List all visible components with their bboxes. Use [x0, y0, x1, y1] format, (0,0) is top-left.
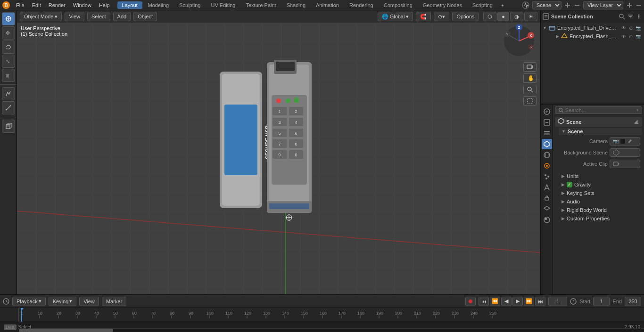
options-icon[interactable]	[636, 13, 642, 20]
viewport-area[interactable]: Object Mode ▾ View Select Add Object 🌐 G…	[17, 10, 540, 294]
timeline-ruler[interactable]: 1 10 20 30 40 50 60 70 80	[0, 308, 644, 322]
select-menu[interactable]: Select	[87, 12, 110, 21]
object-props-tab[interactable]	[542, 161, 552, 171]
annotate-tool[interactable]	[2, 87, 15, 100]
material-props-tab[interactable]	[542, 215, 552, 225]
record-button[interactable]	[465, 297, 476, 306]
camera-value[interactable]: 📷	[610, 137, 640, 146]
playback-dropdown[interactable]: Playback ▾	[12, 297, 46, 306]
play-reverse-btn[interactable]: ◀	[501, 297, 512, 306]
tab-geometry-nodes[interactable]: Geometry Nodes	[418, 1, 467, 9]
render-region-btn[interactable]	[523, 96, 537, 105]
camera-view-btn[interactable]	[523, 62, 537, 72]
visibility-icon[interactable]: 👁	[620, 34, 627, 39]
menu-file[interactable]: File	[12, 1, 28, 9]
play-forward-btn[interactable]: ▶	[512, 297, 523, 306]
gravity-section[interactable]: ▶ ✓ Gravity	[559, 180, 642, 189]
solid-shading-btn[interactable]: ●	[497, 12, 509, 21]
view-layer-props-tab[interactable]	[542, 128, 552, 138]
add-cube-tool[interactable]	[2, 120, 15, 133]
keying-dropdown[interactable]: Keying ▾	[49, 297, 77, 306]
scene-remove-icon[interactable]	[574, 2, 580, 8]
view-layer-add-icon[interactable]	[626, 2, 633, 8]
render-icon[interactable]: 📷	[635, 25, 642, 31]
rigid-body-world-section[interactable]: ▶ Rigid Body World	[559, 206, 642, 214]
zoom-view-btn[interactable]	[523, 85, 537, 94]
tab-rendering[interactable]: Rendering	[345, 1, 378, 9]
step-forward-btn[interactable]: ⏩	[524, 297, 534, 306]
tab-texture-paint[interactable]: Texture Paint	[241, 1, 281, 9]
3d-viewport-canvas[interactable]: SECURE USB 1 2	[17, 10, 540, 294]
view-orientation-gizmo[interactable]: X Y Z -X	[503, 24, 536, 57]
tab-uv-editing[interactable]: UV Editing	[206, 1, 240, 9]
scene-add-icon[interactable]	[564, 2, 571, 8]
select-icon[interactable]: ⊙	[628, 34, 634, 39]
world-props-tab[interactable]	[542, 150, 552, 160]
tab-sculpting[interactable]: Sculpting	[174, 1, 205, 9]
scene-section-header[interactable]: Scene	[555, 117, 642, 127]
view-layer-remove-icon[interactable]	[636, 2, 642, 8]
audio-section[interactable]: ▶ Audio	[559, 197, 642, 206]
current-frame-input[interactable]	[548, 297, 567, 306]
view-menu[interactable]: View	[65, 12, 84, 21]
gravity-checkbox[interactable]: ✓	[567, 182, 572, 187]
proportional-editing[interactable]: ⊙▾	[434, 12, 449, 21]
tab-shading[interactable]: Shading	[282, 1, 310, 9]
snap-toggle[interactable]: 🧲	[416, 12, 431, 21]
jump-to-end-btn[interactable]: ⏭	[535, 297, 545, 306]
measure-tool[interactable]	[2, 101, 15, 114]
background-scene-value[interactable]	[610, 148, 640, 157]
pan-view-btn[interactable]: ✋	[523, 73, 537, 83]
start-frame-input[interactable]	[593, 297, 610, 306]
particles-props-tab[interactable]	[542, 171, 552, 182]
add-menu[interactable]: Add	[113, 12, 131, 21]
timeline-mode-selector[interactable]	[3, 298, 9, 305]
constraints-props-tab[interactable]	[542, 193, 552, 203]
properties-search-input[interactable]	[563, 107, 636, 113]
data-props-tab[interactable]	[542, 204, 552, 214]
object-mode-dropdown[interactable]: Object Mode ▾	[20, 12, 62, 21]
menu-edit[interactable]: Edit	[28, 1, 45, 9]
view-layer-selector[interactable]: View Layer	[583, 1, 623, 9]
outliner-item-mesh[interactable]: ▶ Encrypted_Flash_Drive_w 👁 ⊙ 📷	[546, 32, 644, 40]
timeline-track[interactable]: 1 10 20 30 40 50 60 70 80	[19, 308, 644, 322]
view-dropdown[interactable]: View	[79, 297, 99, 306]
units-section[interactable]: ▶ Units	[559, 172, 642, 180]
scene-props-tab[interactable]	[542, 139, 552, 149]
edit-icon[interactable]	[634, 119, 639, 125]
output-props-tab[interactable]	[542, 117, 552, 128]
rendered-shading-btn[interactable]: ☀	[524, 12, 537, 21]
options-button[interactable]: Options	[452, 12, 479, 21]
menu-window[interactable]: Window	[69, 1, 95, 9]
search-icon[interactable]	[619, 13, 625, 20]
tab-compositing[interactable]: Compositing	[379, 1, 417, 9]
custom-properties-section[interactable]: ▶ Custom Properties	[559, 214, 642, 223]
tab-scripting[interactable]: Scripting	[468, 1, 497, 9]
jump-to-start-btn[interactable]: ⏮	[479, 297, 489, 306]
step-back-btn[interactable]: ⏪	[490, 297, 500, 306]
filter-icon[interactable]	[627, 13, 634, 20]
move-tool[interactable]: ✥	[2, 26, 15, 40]
transform-space[interactable]: 🌐 Global ▾	[378, 12, 413, 21]
menu-render[interactable]: Render	[45, 1, 69, 9]
scale-tool[interactable]: ⤡	[2, 55, 15, 68]
active-clip-value[interactable]	[610, 160, 640, 168]
menu-help[interactable]: Help	[95, 1, 114, 9]
tab-modeling[interactable]: Modeling	[143, 1, 174, 9]
transform-tool[interactable]: ⊞	[2, 69, 15, 82]
wireframe-shading-btn[interactable]: ⬡	[483, 12, 496, 21]
keying-sets-section[interactable]: ▶ Keying Sets	[559, 189, 642, 197]
scene-subsection-header[interactable]: ▼ Scene	[559, 128, 642, 135]
rotate-tool[interactable]	[2, 40, 15, 54]
visibility-icon[interactable]: 👁	[620, 25, 627, 31]
outliner-item-collection[interactable]: ▼ Encrypted_Flash_Drive_with_l 👁 ⊙ 📷	[541, 24, 644, 32]
tab-animation[interactable]: Animation	[311, 1, 344, 9]
object-menu[interactable]: Object	[133, 12, 157, 21]
end-frame-input[interactable]	[625, 297, 641, 306]
render-props-tab[interactable]	[542, 106, 552, 117]
marker-dropdown[interactable]: Marker	[102, 297, 126, 306]
select-icon[interactable]: ⊙	[628, 25, 634, 31]
camera-edit-icon[interactable]	[627, 138, 633, 144]
scene-selector[interactable]: Scene	[532, 1, 561, 9]
cursor-tool[interactable]	[2, 12, 15, 25]
